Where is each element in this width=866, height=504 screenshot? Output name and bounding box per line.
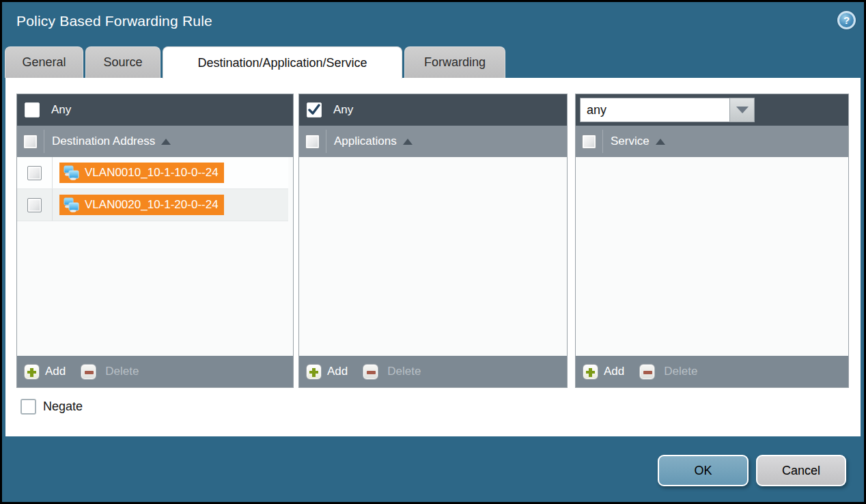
help-icon[interactable]: ?: [837, 11, 856, 29]
destination-column-header[interactable]: Destination Address: [17, 126, 293, 157]
sort-asc-icon: [656, 139, 665, 145]
policy-based-forwarding-dialog: Policy Based Forwarding Rule ? General S…: [0, 0, 866, 504]
column-divider: [44, 130, 44, 153]
tab-content: Any Destination Address: [5, 78, 861, 436]
add-button[interactable]: Add: [45, 365, 66, 378]
network-icon: [63, 165, 80, 180]
table-row[interactable]: VLAN0020_10-1-20-0--24: [17, 189, 288, 221]
destination-column-label: Destination Address: [52, 135, 155, 148]
destination-any-bar: Any: [17, 94, 293, 126]
address-object-label: VLAN0020_10-1-20-0--24: [85, 198, 219, 212]
delete-icon[interactable]: [81, 364, 96, 380]
row-checkbox[interactable]: [27, 198, 42, 212]
delete-icon[interactable]: [363, 364, 378, 380]
tab-forwarding[interactable]: Forwarding: [404, 46, 505, 78]
service-dropdown[interactable]: [580, 98, 755, 122]
add-icon[interactable]: [24, 364, 40, 380]
add-button[interactable]: Add: [604, 365, 624, 378]
negate-label: Negate: [43, 400, 83, 414]
applications-panel: Any Applications Add Delete: [298, 94, 568, 388]
destination-list: VLAN0010_10-1-10-0--24: [17, 157, 293, 356]
address-object-label: VLAN0010_10-1-10-0--24: [85, 166, 219, 180]
network-icon: [63, 197, 80, 212]
service-footer: Add Delete: [576, 356, 848, 387]
table-row[interactable]: VLAN0010_10-1-10-0--24: [17, 157, 288, 189]
applications-any-checkbox[interactable]: [307, 102, 322, 117]
dialog-frame: Policy Based Forwarding Rule ? General S…: [2, 2, 864, 502]
service-column-label: Service: [611, 135, 650, 148]
tab-bar: General Source Destination/Application/S…: [5, 46, 505, 78]
cancel-button[interactable]: Cancel: [756, 455, 846, 486]
destination-select-all-checkbox[interactable]: [23, 135, 38, 149]
column-divider: [602, 130, 603, 153]
sort-asc-icon: [161, 139, 171, 145]
applications-any-bar: Any: [299, 94, 567, 126]
service-column-header[interactable]: Service: [576, 126, 848, 157]
destination-any-checkbox[interactable]: [25, 102, 40, 117]
applications-column-header[interactable]: Applications: [299, 126, 567, 157]
add-button[interactable]: Add: [327, 365, 348, 378]
destination-footer: Add Delete: [17, 356, 293, 387]
delete-button: Delete: [664, 365, 697, 378]
column-divider: [326, 130, 326, 153]
row-checkbox[interactable]: [27, 166, 42, 180]
chevron-down-icon: [736, 107, 749, 113]
service-dropdown-bar: [576, 94, 848, 126]
dialog-title: Policy Based Forwarding Rule: [16, 13, 212, 29]
service-dropdown-input[interactable]: [580, 98, 729, 122]
service-list: [576, 157, 848, 356]
negate-option: Negate: [20, 399, 83, 415]
delete-button: Delete: [105, 365, 139, 378]
tab-general[interactable]: General: [5, 46, 83, 78]
sort-asc-icon: [403, 139, 413, 145]
tab-destination-application-service[interactable]: Destination/Application/Service: [163, 46, 402, 79]
address-object-chip[interactable]: VLAN0010_10-1-10-0--24: [59, 163, 224, 183]
negate-checkbox[interactable]: [20, 399, 36, 415]
dropdown-button[interactable]: [729, 98, 755, 122]
applications-column-label: Applications: [334, 135, 397, 148]
applications-select-all-checkbox[interactable]: [305, 135, 320, 149]
destination-any-label: Any: [51, 103, 71, 117]
service-panel: Service Add Delete: [575, 94, 849, 388]
service-select-all-checkbox[interactable]: [582, 135, 596, 149]
tab-source[interactable]: Source: [85, 46, 160, 78]
delete-icon[interactable]: [639, 364, 655, 380]
add-icon[interactable]: [306, 364, 322, 380]
applications-footer: Add Delete: [299, 356, 567, 387]
check-icon: [308, 104, 320, 116]
row-checkbox-cell: [17, 189, 53, 221]
ok-button[interactable]: OK: [658, 455, 749, 486]
applications-any-label: Any: [333, 103, 353, 117]
applications-list: [299, 157, 567, 356]
delete-button: Delete: [387, 365, 421, 378]
add-icon[interactable]: [583, 364, 598, 380]
row-checkbox-cell: [17, 157, 53, 188]
address-object-chip[interactable]: VLAN0020_10-1-20-0--24: [59, 195, 224, 215]
destination-address-panel: Any Destination Address: [16, 94, 294, 388]
